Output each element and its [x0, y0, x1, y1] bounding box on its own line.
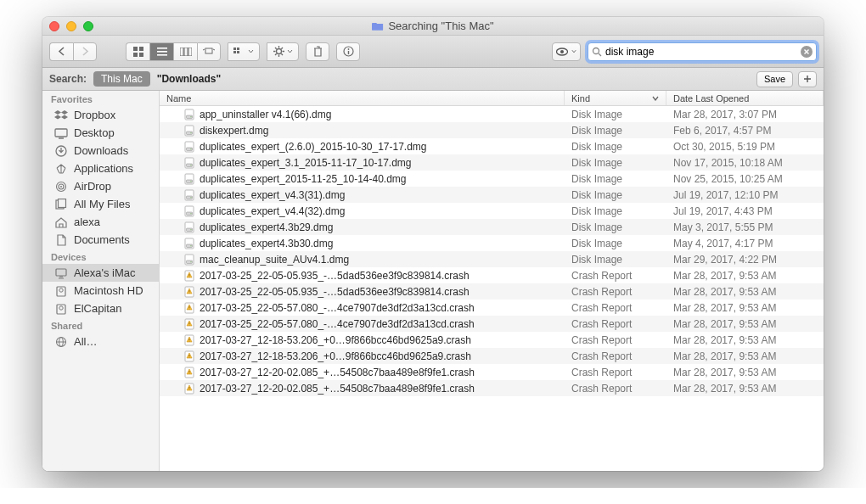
- svg-rect-4: [157, 48, 167, 49]
- disk-image-icon: [183, 254, 195, 266]
- file-date: Oct 30, 2015, 5:19 PM: [666, 141, 824, 153]
- svg-rect-5: [157, 51, 167, 53]
- sidebar-item-applications[interactable]: Applications: [42, 160, 159, 177]
- file-row[interactable]: 2017-03-27_12-20-02.085_+…54508c7baa489e…: [160, 380, 824, 396]
- file-rows: app_uninstaller v4.1(66).dmg Disk Image …: [160, 106, 824, 471]
- sidebar-item-all-my-files[interactable]: All My Files: [42, 195, 159, 213]
- column-date[interactable]: Date Last Opened: [666, 91, 824, 105]
- column-kind[interactable]: Kind: [565, 91, 666, 105]
- svg-rect-106: [189, 389, 190, 389]
- scope-downloads[interactable]: "Downloads": [157, 73, 221, 85]
- trash-button[interactable]: [306, 42, 329, 61]
- file-kind: Disk Image: [565, 254, 666, 266]
- disk-icon: [54, 285, 68, 297]
- svg-point-55: [190, 116, 191, 117]
- disk-image-icon: [183, 221, 195, 233]
- svg-line-12: [213, 49, 215, 50]
- sidebar-item-dropbox[interactable]: Dropbox: [42, 106, 159, 124]
- forward-button[interactable]: [73, 42, 97, 61]
- file-row[interactable]: diskexpert.dmg Disk Image Feb 6, 2017, 4…: [160, 122, 824, 138]
- coverflow-view-button[interactable]: [197, 42, 221, 61]
- file-name: diskexpert.dmg: [200, 125, 268, 137]
- desktop-icon: [54, 127, 68, 139]
- column-name[interactable]: Name: [160, 91, 565, 105]
- quicklook-button[interactable]: [552, 42, 581, 61]
- file-date: Mar 28, 2017, 9:53 AM: [666, 350, 824, 362]
- file-row[interactable]: duplicates_expert_(2.6.0)_2015-10-30_17-…: [160, 138, 824, 154]
- file-row[interactable]: 2017-03-27_12-20-02.085_+…54508c7baa489e…: [160, 364, 824, 380]
- close-icon[interactable]: [49, 21, 59, 31]
- sidebar-item-all-[interactable]: All…: [42, 333, 159, 350]
- sidebar-item-label: Desktop: [74, 126, 115, 139]
- sidebar-item-airdrop[interactable]: AirDrop: [42, 177, 159, 195]
- column-view-button[interactable]: [173, 42, 197, 61]
- file-name: 2017-03-27_12-18-53.206_+0…9f866bcc46bd9…: [200, 350, 471, 362]
- svg-rect-103: [189, 372, 190, 373]
- file-row[interactable]: app_uninstaller v4.1(66).dmg Disk Image …: [160, 106, 824, 122]
- svg-line-22: [275, 48, 277, 49]
- sidebar-item-documents[interactable]: Documents: [42, 231, 159, 249]
- save-search-button[interactable]: Save: [756, 71, 793, 87]
- clear-search-button[interactable]: [801, 46, 813, 58]
- file-name: duplicates_expert_2015-11-25_10-14-40.dm…: [200, 173, 407, 185]
- file-row[interactable]: 2017-03-25_22-05-57.080_-…4ce7907de3df2d…: [160, 316, 824, 332]
- zoom-icon[interactable]: [83, 21, 93, 31]
- file-row[interactable]: 2017-03-25_22-05-05.935_-…5dad536ee3f9c8…: [160, 267, 824, 283]
- file-row[interactable]: 2017-03-25_22-05-05.935_-…5dad536ee3f9c8…: [160, 283, 824, 300]
- info-button[interactable]: [336, 42, 360, 61]
- file-kind: Crash Report: [565, 367, 666, 378]
- file-row[interactable]: 2017-03-27_12-18-53.206_+0…9f866bcc46bd9…: [160, 348, 824, 364]
- file-name: duplicates_expert_v4.3(31).dmg: [200, 189, 345, 201]
- scope-this-mac[interactable]: This Mac: [93, 71, 150, 87]
- file-date: Mar 28, 2017, 3:07 PM: [666, 109, 824, 120]
- titlebar[interactable]: Searching "This Mac": [42, 17, 824, 36]
- list-view-button[interactable]: [149, 42, 173, 61]
- arrange-button[interactable]: [228, 42, 260, 61]
- airdrop-icon: [54, 181, 68, 193]
- svg-rect-93: [189, 322, 190, 324]
- disk-image-icon: [183, 189, 195, 201]
- sidebar-item-desktop[interactable]: Desktop: [42, 124, 159, 142]
- sidebar-item-downloads[interactable]: Downloads: [42, 142, 159, 160]
- svg-rect-10: [205, 48, 212, 53]
- back-button[interactable]: [49, 42, 73, 61]
- eye-icon: [556, 48, 570, 56]
- sidebar-item-elcapitan[interactable]: ElCapitan: [42, 300, 159, 317]
- home-icon: [54, 216, 68, 228]
- search-icon: [592, 47, 602, 57]
- file-kind: Disk Image: [565, 141, 666, 153]
- svg-point-61: [190, 148, 191, 149]
- file-row[interactable]: duplicates_expert_2015-11-25_10-14-40.dm…: [160, 171, 824, 187]
- minimize-icon[interactable]: [66, 21, 76, 31]
- svg-line-23: [281, 53, 283, 55]
- file-row[interactable]: 2017-03-25_22-05-57.080_-…4ce7907de3df2d…: [160, 300, 824, 316]
- file-name: duplicates_expert_3.1_2015-11-17_10-17.d…: [200, 157, 412, 169]
- search-input[interactable]: [605, 46, 797, 58]
- file-name: duplicates_expert_(2.6.0)_2015-10-30_17-…: [200, 141, 427, 153]
- file-date: Mar 28, 2017, 9:53 AM: [666, 367, 824, 378]
- sidebar-item-label: Macintosh HD: [74, 284, 143, 297]
- sidebar-item-alexa[interactable]: alexa: [42, 213, 159, 231]
- file-row[interactable]: duplicates_expert_v4.3(31).dmg Disk Imag…: [160, 187, 824, 203]
- svg-point-82: [190, 261, 191, 262]
- file-row[interactable]: mac_cleanup_suite_AUv4.1.dmg Disk Image …: [160, 251, 824, 267]
- sidebar-item-macintosh-hd[interactable]: Macintosh HD: [42, 282, 159, 300]
- disk-icon: [54, 303, 68, 315]
- sidebar-item-alexa-s-imac[interactable]: Alexa's iMac: [42, 264, 159, 282]
- icon-view-button[interactable]: [126, 42, 149, 61]
- file-row[interactable]: duplicates_expert4.3b29.dmg Disk Image M…: [160, 219, 824, 235]
- file-row[interactable]: 2017-03-27_12-18-53.206_+0…9f866bcc46bd9…: [160, 332, 824, 348]
- add-criteria-button[interactable]: [798, 71, 817, 87]
- svg-rect-100: [189, 356, 190, 357]
- disk-image-icon: [183, 173, 195, 185]
- file-row[interactable]: duplicates_expert_3.1_2015-11-17_10-17.d…: [160, 154, 824, 171]
- action-button[interactable]: [267, 42, 299, 61]
- file-row[interactable]: duplicates_expert4.3b30.dmg Disk Image M…: [160, 235, 824, 251]
- svg-point-42: [60, 186, 62, 188]
- file-row[interactable]: duplicates_expert_v4.4(32).dmg Disk Imag…: [160, 203, 824, 219]
- window-title: Searching "This Mac": [42, 20, 824, 32]
- svg-rect-15: [233, 51, 236, 53]
- svg-rect-6: [157, 54, 167, 56]
- svg-line-32: [599, 53, 601, 56]
- svg-rect-44: [59, 199, 66, 207]
